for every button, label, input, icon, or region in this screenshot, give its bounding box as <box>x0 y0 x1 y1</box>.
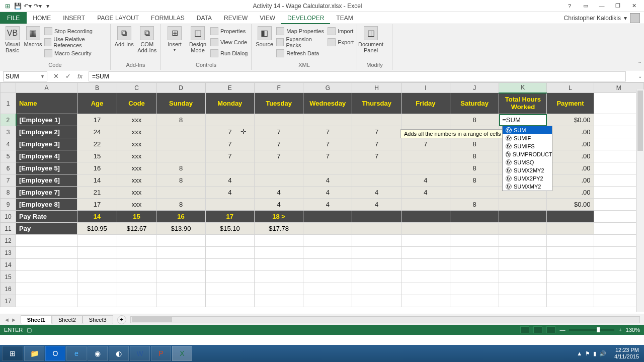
cell-K9[interactable] <box>499 199 547 211</box>
autocomplete-item[interactable]: fxSUMPRODUCT <box>503 150 552 158</box>
network-icon[interactable]: ▮ <box>593 350 596 357</box>
col-B[interactable]: B <box>77 83 117 93</box>
formula-input[interactable]: =SUM <box>89 71 626 81</box>
select-all-corner[interactable] <box>1 83 16 93</box>
addins-button[interactable]: ⧉Add-Ins <box>114 26 135 61</box>
cell-K2[interactable]: =SUM <box>499 114 547 126</box>
relative-refs-button[interactable]: Use Relative References <box>44 37 107 47</box>
volume-icon[interactable]: 🔊 <box>599 350 606 357</box>
row-2[interactable]: 2 <box>1 114 16 126</box>
zoom-in-button[interactable]: + <box>618 327 621 333</box>
col-L[interactable]: L <box>547 83 594 93</box>
col-E[interactable]: E <box>205 83 254 93</box>
normal-view-button[interactable] <box>520 326 529 333</box>
spreadsheet-grid[interactable]: A B C D E F G H I J K L M 1 Name Age Cod… <box>0 82 644 307</box>
tab-data[interactable]: DATA <box>191 12 218 24</box>
autocomplete-item[interactable]: fxSUMSQ <box>503 158 552 166</box>
word-button[interactable]: W <box>130 346 150 361</box>
zoom-out-button[interactable]: — <box>559 327 565 333</box>
tab-pagelayout[interactable]: PAGE LAYOUT <box>91 12 145 24</box>
fx-icon[interactable]: fx <box>75 72 85 81</box>
col-D[interactable]: D <box>156 83 205 93</box>
chevron-down-icon[interactable]: ▼ <box>40 74 45 79</box>
outlook-button[interactable]: O <box>45 346 65 361</box>
sheet-tab-1[interactable]: Sheet1 <box>21 315 52 324</box>
row-13[interactable]: 13 <box>1 247 16 259</box>
com-addins-button[interactable]: ⧉COM Add-Ins <box>137 26 158 61</box>
macro-rec-icon[interactable]: ▢ <box>27 327 32 333</box>
col-F[interactable]: F <box>254 83 303 93</box>
macro-security-button[interactable]: Macro Security <box>44 48 107 58</box>
autocomplete-item[interactable]: fxSUMIFS <box>503 142 552 150</box>
col-C[interactable]: C <box>117 83 156 93</box>
macros-button[interactable]: ▦Macros <box>24 26 42 61</box>
tab-developer[interactable]: DEVELOPER <box>281 13 330 24</box>
sheet-tab-2[interactable]: Sheet2 <box>52 315 83 324</box>
close-icon[interactable]: ✕ <box>628 2 640 11</box>
start-button[interactable]: ⊞ <box>2 346 23 361</box>
tray-up-icon[interactable]: ▲ <box>577 350 582 357</box>
ie-button[interactable]: e <box>66 346 87 361</box>
undo-icon[interactable]: ↶▾ <box>23 2 32 11</box>
visual-basic-button[interactable]: VBVisual Basic <box>3 26 22 61</box>
tab-view[interactable]: VIEW <box>254 12 281 24</box>
row-10[interactable]: 10 <box>1 211 16 223</box>
row-1[interactable]: 1 <box>1 93 16 114</box>
cancel-icon[interactable]: ✕ <box>51 72 60 81</box>
ribbon-options-icon[interactable]: ▭ <box>580 2 592 11</box>
col-G[interactable]: G <box>303 83 352 93</box>
col-A[interactable]: A <box>16 83 77 93</box>
col-I[interactable]: I <box>401 83 450 93</box>
enter-icon[interactable]: ✓ <box>63 72 72 81</box>
row-16[interactable]: 16 <box>1 283 16 295</box>
tab-file[interactable]: FILE <box>0 12 27 24</box>
stop-recording-button[interactable]: Stop Recording <box>44 26 107 36</box>
autocomplete-item[interactable]: fxSUM <box>503 126 552 134</box>
run-dialog-button[interactable]: Run Dialog <box>210 48 248 58</box>
col-H[interactable]: H <box>352 83 401 93</box>
expand-formula-icon[interactable]: ⌄ <box>636 73 644 79</box>
row-7[interactable]: 7 <box>1 174 16 187</box>
clock[interactable]: 12:23 PM 4/11/2015 <box>611 347 642 360</box>
qat-dropdown-icon[interactable]: ▾ <box>43 2 52 11</box>
row-8[interactable]: 8 <box>1 187 16 199</box>
app-button[interactable]: ◐ <box>109 346 129 361</box>
save-icon[interactable]: 💾 <box>13 2 22 11</box>
page-layout-view-button[interactable] <box>533 326 542 333</box>
help-icon[interactable]: ? <box>564 2 576 11</box>
row-5[interactable]: 5 <box>1 150 16 162</box>
autocomplete-item[interactable]: fxSUMX2MY2 <box>503 166 552 174</box>
col-K[interactable]: K <box>499 83 547 93</box>
powerpoint-button[interactable]: P <box>151 346 171 361</box>
vertical-scrollbar[interactable] <box>636 89 644 312</box>
properties-button[interactable]: Properties <box>210 26 248 36</box>
view-code-button[interactable]: View Code <box>210 37 248 47</box>
col-J[interactable]: J <box>450 83 499 93</box>
design-mode-button[interactable]: ◫Design Mode <box>187 26 208 61</box>
row-12[interactable]: 12 <box>1 235 16 247</box>
row-3[interactable]: 3 <box>1 126 16 138</box>
chrome-button[interactable]: ◉ <box>88 346 108 361</box>
restore-icon[interactable]: ❐ <box>612 2 624 11</box>
map-properties-button[interactable]: Map Properties <box>276 26 326 36</box>
name-box[interactable]: SUM ▼ <box>3 71 47 81</box>
flag-icon[interactable]: ⚑ <box>585 350 590 357</box>
collapse-ribbon-icon[interactable]: ˆ <box>638 61 641 69</box>
zoom-level[interactable]: 130% <box>626 327 640 333</box>
tab-home[interactable]: HOME <box>27 12 57 24</box>
expansion-packs-button[interactable]: Expansion Packs <box>276 37 326 47</box>
sheet-tab-3[interactable]: Sheet3 <box>83 315 113 324</box>
row-6[interactable]: 6 <box>1 162 16 174</box>
import-button[interactable]: Import <box>328 26 354 36</box>
document-panel-button[interactable]: ◫Document Panel <box>360 26 381 61</box>
autocomplete-item[interactable]: fxSUMIF <box>503 134 552 142</box>
account-area[interactable]: Christopher Kalodikis ▾ <box>560 12 644 24</box>
row-11[interactable]: 11 <box>1 223 16 235</box>
export-button[interactable]: Export <box>328 37 354 47</box>
row-17[interactable]: 17 <box>1 295 16 307</box>
redo-icon[interactable]: ↷▾ <box>33 2 42 11</box>
row-4[interactable]: 4 <box>1 138 16 150</box>
tab-review[interactable]: REVIEW <box>218 12 254 24</box>
add-sheet-button[interactable]: + <box>117 315 126 324</box>
tab-insert[interactable]: INSERT <box>57 12 91 24</box>
